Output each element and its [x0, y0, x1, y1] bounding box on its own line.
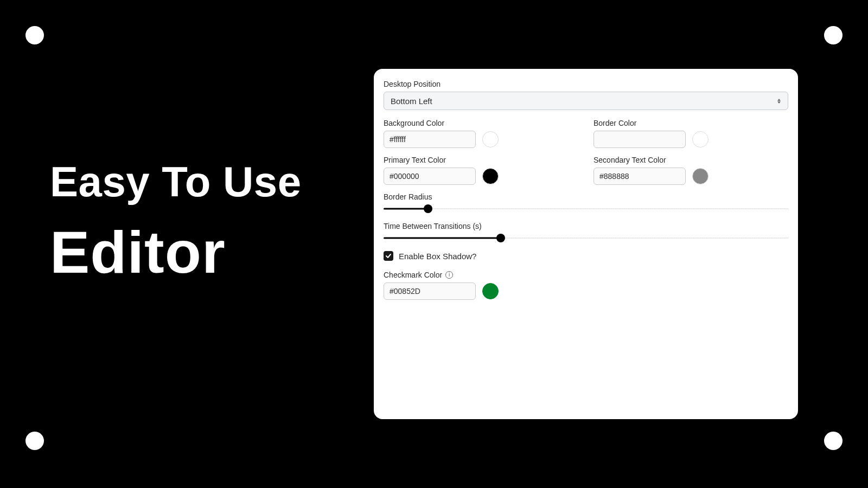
- border-color-label: Border Color: [593, 119, 788, 127]
- editor-panel: Desktop Position Bottom Left Background …: [374, 69, 798, 419]
- checkmark-color-label-row: Checkmark Color i: [384, 271, 788, 279]
- info-icon[interactable]: i: [445, 271, 453, 279]
- slider-thumb[interactable]: [496, 234, 505, 242]
- enable-box-shadow-checkbox[interactable]: [384, 251, 393, 261]
- decorative-dot-top-right: [824, 26, 843, 44]
- slider-fill: [384, 237, 501, 239]
- check-icon: [385, 253, 392, 259]
- checkmark-color-input[interactable]: [384, 282, 476, 300]
- primary-text-color-swatch[interactable]: [482, 168, 499, 184]
- decorative-dot-bottom-right: [824, 432, 843, 450]
- decorative-dot-top-left: [25, 26, 44, 44]
- enable-box-shadow-label: Enable Box Shadow?: [399, 252, 476, 261]
- slider-fill: [384, 208, 428, 210]
- checkmark-color-label: Checkmark Color: [384, 271, 442, 279]
- background-color-swatch[interactable]: [482, 131, 499, 147]
- checkmark-color-swatch[interactable]: [482, 283, 499, 299]
- slider-thumb[interactable]: [424, 204, 432, 213]
- border-color-input[interactable]: [593, 131, 686, 148]
- secondary-text-color-input[interactable]: [593, 168, 686, 185]
- select-caret-icon: [777, 97, 783, 105]
- background-color-input[interactable]: [384, 131, 476, 148]
- border-radius-label: Border Radius: [384, 192, 788, 201]
- primary-text-color-input[interactable]: [384, 168, 476, 185]
- transition-time-label: Time Between Transitions (s): [384, 222, 788, 230]
- border-radius-slider[interactable]: [384, 204, 788, 213]
- primary-text-color-label: Primary Text Color: [384, 156, 578, 164]
- decorative-dot-bottom-left: [25, 432, 44, 450]
- headline-line-2: Editor: [50, 221, 302, 284]
- transition-time-slider[interactable]: [384, 234, 788, 242]
- secondary-text-color-swatch[interactable]: [692, 168, 709, 184]
- headline-line-1: Easy To Use: [50, 160, 302, 204]
- secondary-text-color-label: Secondary Text Color: [593, 156, 788, 164]
- desktop-position-select[interactable]: Bottom Left: [384, 92, 788, 110]
- desktop-position-value: Bottom Left: [384, 92, 788, 110]
- background-color-label: Background Color: [384, 119, 578, 127]
- slider-rail: [384, 209, 788, 209]
- border-color-swatch[interactable]: [692, 131, 709, 147]
- desktop-position-label: Desktop Position: [384, 80, 788, 88]
- headline: Easy To Use Editor: [50, 160, 302, 283]
